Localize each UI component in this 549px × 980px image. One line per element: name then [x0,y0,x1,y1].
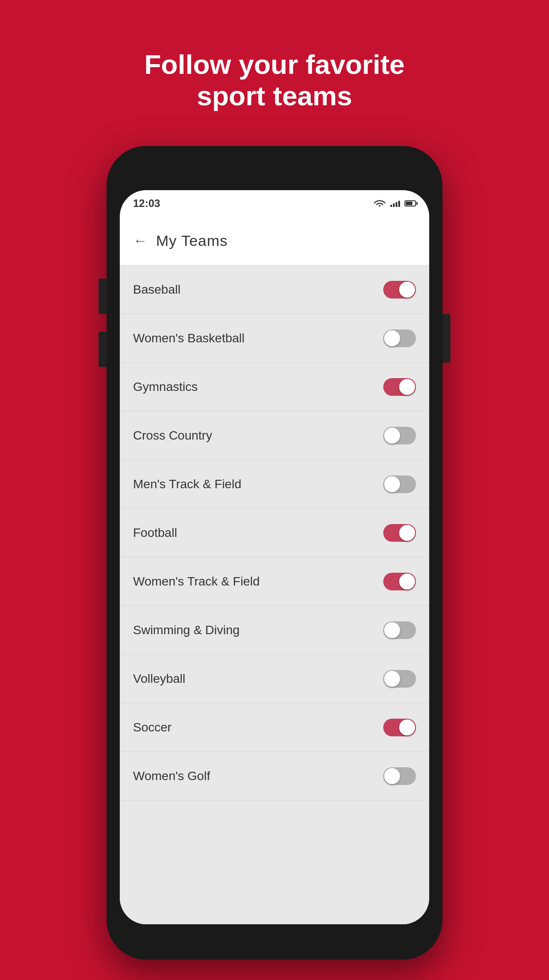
sport-toggle-womens-track-field[interactable] [383,573,416,590]
list-item: Volleyball [120,655,429,703]
status-icons [374,199,416,208]
signal-icon [390,200,400,207]
toggle-thumb [399,574,415,590]
status-time: 12:03 [133,197,160,210]
app-bar-title: My Teams [156,232,228,249]
sport-name: Women's Basketball [133,331,244,345]
toggle-thumb [399,525,415,541]
list-item: Women's Basketball [120,314,429,363]
list-item: Baseball [120,265,429,314]
sport-name: Men's Track & Field [133,477,241,491]
sport-name: Gymnastics [133,380,198,394]
app-bar: ← My Teams [120,217,429,265]
sport-list: BaseballWomen's BasketballGymnasticsCros… [120,265,429,924]
sport-name: Women's Golf [133,769,210,783]
sport-name: Football [133,526,177,540]
list-item: Women's Track & Field [120,557,429,606]
phone-container: 12:03 [107,146,442,960]
sport-toggle-gymnastics[interactable] [383,378,416,396]
sport-toggle-womens-golf[interactable] [383,767,416,785]
toggle-thumb [399,282,415,298]
sport-name: Baseball [133,283,180,297]
sport-toggle-baseball[interactable] [383,281,416,299]
toggle-thumb [384,622,400,638]
sport-toggle-soccer[interactable] [383,719,416,736]
sport-name: Women's Track & Field [133,574,259,589]
list-item: Men's Track & Field [120,460,429,509]
toggle-thumb [399,379,415,395]
power-button [442,314,450,363]
sport-toggle-mens-track-field[interactable] [383,475,416,493]
toggle-thumb [399,720,415,735]
list-item: Cross Country [120,411,429,460]
sport-toggle-volleyball[interactable] [383,670,416,688]
volume-down-button [99,332,107,367]
sport-name: Cross Country [133,429,212,443]
list-item: Soccer [120,703,429,752]
wifi-icon [374,199,386,208]
sport-toggle-cross-country[interactable] [383,427,416,444]
back-button[interactable]: ← [133,233,147,249]
sport-name: Volleyball [133,672,185,686]
list-item: Swimming & Diving [120,606,429,655]
list-item: Football [120,509,429,557]
page-title: Follow your favorite sport teams [109,49,440,112]
sport-name: Swimming & Diving [133,623,240,637]
volume-up-button [99,279,107,314]
sport-toggle-football[interactable] [383,524,416,542]
sport-toggle-swimming-diving[interactable] [383,621,416,639]
list-item: Gymnastics [120,363,429,411]
phone-screen: 12:03 [120,190,429,924]
battery-icon [404,200,416,207]
sport-name: Soccer [133,720,172,735]
toggle-thumb [384,428,400,444]
toggle-thumb [384,330,400,346]
toggle-thumb [384,768,400,784]
list-item: Women's Golf [120,752,429,800]
toggle-thumb [384,476,400,492]
status-bar: 12:03 [120,190,429,217]
toggle-thumb [384,671,400,687]
sport-toggle-womens-basketball[interactable] [383,329,416,347]
